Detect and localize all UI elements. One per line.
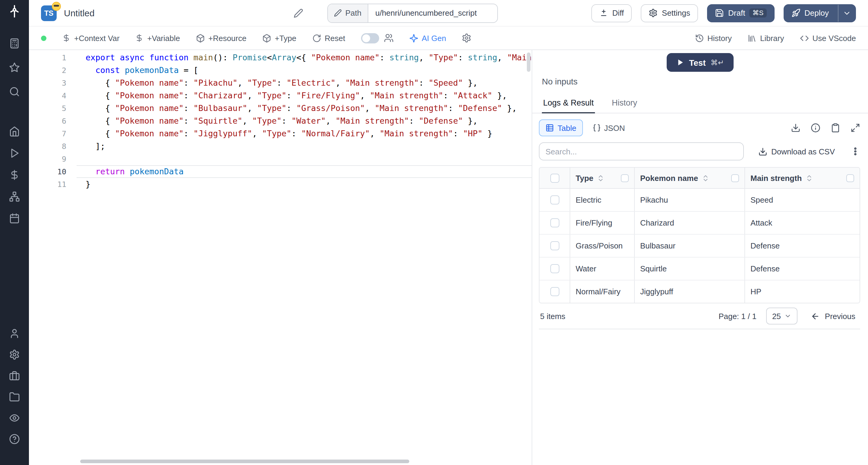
path-value[interactable]: u/henri/unencumbered_script <box>368 4 497 22</box>
code-line[interactable]: 11} <box>29 178 532 191</box>
code-line[interactable]: 1export async function main(): Promise<A… <box>29 51 532 64</box>
line-number: 8 <box>29 140 76 153</box>
ai-gen-button[interactable]: AI Gen <box>409 33 446 42</box>
row-checkbox[interactable] <box>539 281 569 303</box>
view-table-button[interactable]: Table <box>539 119 583 136</box>
diff-button[interactable]: Diff <box>591 4 632 22</box>
sidebar-item-resources[interactable] <box>0 186 29 207</box>
package-icon <box>262 33 271 42</box>
kebab-menu-icon[interactable] <box>850 147 860 156</box>
column-header-pokemon-name[interactable]: Pokemon name <box>634 168 744 188</box>
view-json-button[interactable]: JSON <box>588 120 629 136</box>
draft-shortcut: ⌘S <box>749 8 767 18</box>
code-text[interactable]: { "Pokemon name": "Jigglypuff", "Type": … <box>76 127 532 140</box>
code-text[interactable]: } <box>76 178 532 191</box>
row-checkbox[interactable] <box>539 212 569 234</box>
code-line[interactable]: 6 { "Pokemon name": "Squirtle", "Type": … <box>29 115 532 127</box>
sidebar-item-apps[interactable] <box>0 31 29 56</box>
deploy-dropdown[interactable] <box>838 4 855 21</box>
code-line[interactable]: 9 <box>29 153 532 165</box>
code-editor[interactable]: 1export async function main(): Promise<A… <box>29 50 532 465</box>
code-text[interactable]: const pokemonData = [ <box>76 64 532 77</box>
info-icon[interactable] <box>811 123 820 133</box>
multiplayer-toggle[interactable] <box>361 33 379 43</box>
column-checkbox[interactable] <box>621 174 629 182</box>
add-context-var-button[interactable]: +Context Var <box>62 33 120 42</box>
row-checkbox[interactable] <box>539 258 569 280</box>
column-header-main-strength[interactable]: Main strength <box>744 168 860 188</box>
sidebar-item-folders[interactable] <box>0 386 29 407</box>
tab-history[interactable]: History <box>611 94 638 113</box>
sidebar-item-audit[interactable] <box>0 407 29 428</box>
code-text[interactable] <box>76 153 532 165</box>
horizontal-scrollbar[interactable] <box>80 460 409 463</box>
sidebar-item-runs[interactable] <box>0 142 29 164</box>
test-button[interactable]: Test ⌘↵ <box>667 53 734 72</box>
column-checkbox[interactable] <box>846 174 854 182</box>
sidebar-item-schedules[interactable] <box>0 207 29 229</box>
code-line[interactable]: 5 { "Pokemon name": "Bulbasaur", "Type":… <box>29 102 532 115</box>
code-line[interactable]: 8 ]; <box>29 140 532 153</box>
use-vscode-button[interactable]: Use VScode <box>800 33 856 42</box>
path-chip[interactable]: Path <box>328 4 368 22</box>
table-cell: Charizard <box>634 212 744 234</box>
download-icon[interactable] <box>791 123 801 133</box>
row-checkbox[interactable] <box>539 235 569 257</box>
table-row[interactable]: Fire/FlyingCharizardAttack <box>539 212 860 235</box>
add-resource-button[interactable]: +Resource <box>195 33 246 42</box>
sidebar-item-help[interactable] <box>0 428 29 450</box>
sidebar-item-search[interactable] <box>0 80 29 104</box>
sort-icon[interactable] <box>702 174 710 182</box>
code-text[interactable]: ]; <box>76 140 532 153</box>
reset-button[interactable]: Reset <box>312 33 345 42</box>
table-row[interactable]: WaterSquirtleDefense <box>539 258 860 281</box>
sidebar-item-workers[interactable] <box>0 365 29 386</box>
deploy-button[interactable]: Deploy <box>783 4 856 22</box>
code-text[interactable]: { "Pokemon name": "Squirtle", "Type": "W… <box>76 115 532 127</box>
sidebar-item-variables[interactable] <box>0 164 29 186</box>
table-row[interactable]: Grass/PoisonBulbasaurDefense <box>539 235 860 258</box>
sidebar-item-users[interactable] <box>0 323 29 344</box>
column-checkbox[interactable] <box>731 174 739 182</box>
vertical-scrollbar[interactable] <box>527 53 530 72</box>
code-text[interactable]: export async function main(): Promise<Ar… <box>76 51 532 64</box>
code-line[interactable]: 10 return pokemonData <box>29 165 532 178</box>
sidebar-item-home[interactable] <box>0 121 29 142</box>
path-field[interactable]: Path u/henri/unencumbered_script <box>327 3 498 23</box>
edit-summary-button[interactable] <box>293 8 303 18</box>
sort-icon[interactable] <box>805 174 813 182</box>
search-input[interactable] <box>539 142 744 161</box>
column-header-type[interactable]: Type <box>569 168 634 188</box>
code-line[interactable]: 4 { "Pokemon name": "Charizard", "Type":… <box>29 89 532 102</box>
windmill-logo-icon[interactable] <box>8 5 21 18</box>
settings-button[interactable]: Settings <box>641 4 698 22</box>
add-variable-button[interactable]: +Variable <box>135 33 180 42</box>
sidebar-item-favorites[interactable] <box>0 56 29 80</box>
sort-icon[interactable] <box>597 174 605 182</box>
code-text[interactable]: { "Pokemon name": "Charizard", "Type": "… <box>76 89 532 102</box>
row-checkbox[interactable] <box>539 189 569 211</box>
page-size-select[interactable]: 25 <box>766 308 798 324</box>
code-text[interactable]: return pokemonData <box>76 165 532 178</box>
code-line[interactable]: 2 const pokemonData = [ <box>29 64 532 77</box>
select-all-checkbox[interactable] <box>539 168 569 188</box>
draft-button[interactable]: Draft ⌘S <box>707 4 774 22</box>
code-line[interactable]: 7 { "Pokemon name": "Jigglypuff", "Type"… <box>29 127 532 140</box>
code-line[interactable]: 3 { "Pokemon name": "Pikachu", "Type": "… <box>29 77 532 89</box>
table-row[interactable]: Normal/FairyJigglypuffHP <box>539 281 860 303</box>
resource-label: +Resource <box>208 33 246 42</box>
tab-logs-result[interactable]: Logs & Result <box>542 94 595 113</box>
download-csv-button[interactable]: Download as CSV <box>754 146 838 156</box>
code-text[interactable]: { "Pokemon name": "Bulbasaur", "Type": "… <box>76 102 532 115</box>
add-type-button[interactable]: +Type <box>262 33 297 42</box>
sidebar-item-settings[interactable] <box>0 344 29 365</box>
clipboard-icon[interactable] <box>831 123 840 133</box>
users-icon[interactable] <box>384 33 393 43</box>
table-row[interactable]: ElectricPikachuSpeed <box>539 189 860 212</box>
maximize-icon[interactable] <box>850 123 860 133</box>
code-text[interactable]: { "Pokemon name": "Pikachu", "Type": "El… <box>76 77 532 89</box>
library-button[interactable]: Library <box>747 33 784 42</box>
editor-settings-button[interactable] <box>462 33 471 43</box>
previous-page-button[interactable]: Previous <box>807 311 859 321</box>
history-button[interactable]: History <box>695 33 732 42</box>
